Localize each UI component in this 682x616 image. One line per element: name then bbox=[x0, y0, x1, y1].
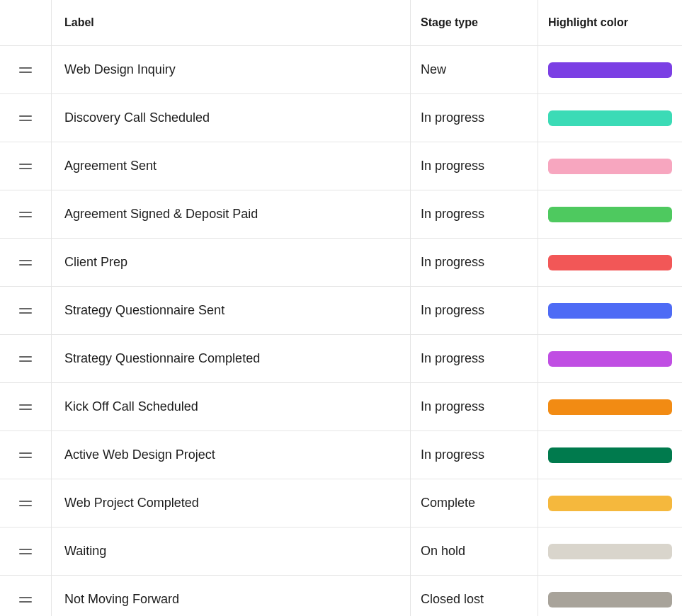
row-label[interactable]: Not Moving Forward bbox=[52, 576, 411, 616]
table-row: Not Moving ForwardClosed lost bbox=[0, 575, 682, 616]
table-row: Agreement Signed & Deposit PaidIn progre… bbox=[0, 190, 682, 238]
row-label[interactable]: Web Project Completed bbox=[52, 479, 411, 527]
table-row: Web Project CompletedComplete bbox=[0, 479, 682, 527]
color-swatch[interactable] bbox=[548, 255, 672, 270]
row-stage[interactable]: In progress bbox=[411, 94, 538, 142]
row-label[interactable]: Agreement Sent bbox=[52, 142, 411, 190]
color-swatch[interactable] bbox=[548, 303, 672, 319]
row-label[interactable]: Agreement Signed & Deposit Paid bbox=[52, 190, 411, 238]
row-label[interactable]: Waiting bbox=[52, 527, 411, 575]
row-stage[interactable]: Complete bbox=[411, 479, 538, 527]
row-color-cell bbox=[538, 383, 682, 430]
table-row: Kick Off Call ScheduledIn progress bbox=[0, 382, 682, 430]
drag-handle-cell bbox=[0, 576, 52, 616]
row-label[interactable]: Active Web Design Project bbox=[52, 431, 411, 479]
row-label[interactable]: Strategy Questionnaire Completed bbox=[52, 335, 411, 382]
drag-handle-icon[interactable] bbox=[19, 549, 32, 554]
drag-handle-icon[interactable] bbox=[19, 67, 32, 73]
row-stage[interactable]: In progress bbox=[411, 142, 538, 190]
drag-handle-icon[interactable] bbox=[19, 212, 32, 217]
row-color-cell bbox=[538, 94, 682, 142]
drag-handle-cell bbox=[0, 335, 52, 382]
header-handle-col bbox=[0, 0, 52, 45]
stages-table: Label Stage type Highlight color Web Des… bbox=[0, 0, 682, 616]
row-color-cell bbox=[538, 479, 682, 527]
drag-handle-cell bbox=[0, 431, 52, 479]
drag-handle-icon[interactable] bbox=[19, 452, 32, 458]
color-swatch[interactable] bbox=[548, 159, 672, 174]
drag-handle-cell bbox=[0, 142, 52, 190]
drag-handle-cell bbox=[0, 190, 52, 238]
header-label: Label bbox=[52, 0, 411, 45]
drag-handle-icon[interactable] bbox=[19, 115, 32, 121]
rows-container: Web Design InquiryNewDiscovery Call Sche… bbox=[0, 45, 682, 616]
table-header-row: Label Stage type Highlight color bbox=[0, 0, 682, 45]
table-row: Discovery Call ScheduledIn progress bbox=[0, 93, 682, 142]
row-stage[interactable]: New bbox=[411, 46, 538, 93]
row-label[interactable]: Strategy Questionnaire Sent bbox=[52, 287, 411, 334]
drag-handle-icon[interactable] bbox=[19, 501, 32, 506]
drag-handle-cell bbox=[0, 383, 52, 430]
color-swatch[interactable] bbox=[548, 110, 672, 126]
table-row: Agreement SentIn progress bbox=[0, 142, 682, 190]
drag-handle-icon[interactable] bbox=[19, 260, 32, 266]
drag-handle-cell bbox=[0, 94, 52, 142]
row-stage[interactable]: In progress bbox=[411, 335, 538, 382]
row-label[interactable]: Kick Off Call Scheduled bbox=[52, 383, 411, 430]
drag-handle-cell bbox=[0, 46, 52, 93]
color-swatch[interactable] bbox=[548, 544, 672, 559]
row-color-cell bbox=[538, 335, 682, 382]
row-label[interactable]: Web Design Inquiry bbox=[52, 46, 411, 93]
header-stage: Stage type bbox=[411, 0, 538, 45]
drag-handle-cell bbox=[0, 239, 52, 286]
row-stage[interactable]: In progress bbox=[411, 431, 538, 479]
row-label[interactable]: Client Prep bbox=[52, 239, 411, 286]
row-color-cell bbox=[538, 527, 682, 575]
table-row: Web Design InquiryNew bbox=[0, 45, 682, 93]
drag-handle-icon[interactable] bbox=[19, 164, 32, 169]
header-color: Highlight color bbox=[538, 0, 682, 45]
row-color-cell bbox=[538, 46, 682, 93]
row-color-cell bbox=[538, 287, 682, 334]
drag-handle-icon[interactable] bbox=[19, 404, 32, 410]
color-swatch[interactable] bbox=[548, 447, 672, 463]
color-swatch[interactable] bbox=[548, 207, 672, 222]
color-swatch[interactable] bbox=[548, 592, 672, 608]
drag-handle-icon[interactable] bbox=[19, 308, 32, 314]
row-stage[interactable]: Closed lost bbox=[411, 576, 538, 616]
color-swatch[interactable] bbox=[548, 496, 672, 511]
color-swatch[interactable] bbox=[548, 399, 672, 415]
row-color-cell bbox=[538, 431, 682, 479]
row-color-cell bbox=[538, 239, 682, 286]
row-stage[interactable]: In progress bbox=[411, 239, 538, 286]
row-label[interactable]: Discovery Call Scheduled bbox=[52, 94, 411, 142]
drag-handle-icon[interactable] bbox=[19, 356, 32, 362]
drag-handle-cell bbox=[0, 479, 52, 527]
color-swatch[interactable] bbox=[548, 62, 672, 78]
drag-handle-cell bbox=[0, 287, 52, 334]
row-color-cell bbox=[538, 142, 682, 190]
row-stage[interactable]: In progress bbox=[411, 383, 538, 430]
drag-handle-cell bbox=[0, 527, 52, 575]
row-stage[interactable]: In progress bbox=[411, 190, 538, 238]
color-swatch[interactable] bbox=[548, 351, 672, 367]
table-row: WaitingOn hold bbox=[0, 527, 682, 575]
row-color-cell bbox=[538, 190, 682, 238]
table-row: Strategy Questionnaire CompletedIn progr… bbox=[0, 334, 682, 382]
row-color-cell bbox=[538, 576, 682, 616]
table-row: Active Web Design ProjectIn progress bbox=[0, 430, 682, 479]
row-stage[interactable]: On hold bbox=[411, 527, 538, 575]
table-row: Strategy Questionnaire SentIn progress bbox=[0, 286, 682, 334]
drag-handle-icon[interactable] bbox=[19, 597, 32, 603]
table-row: Client PrepIn progress bbox=[0, 238, 682, 286]
row-stage[interactable]: In progress bbox=[411, 287, 538, 334]
